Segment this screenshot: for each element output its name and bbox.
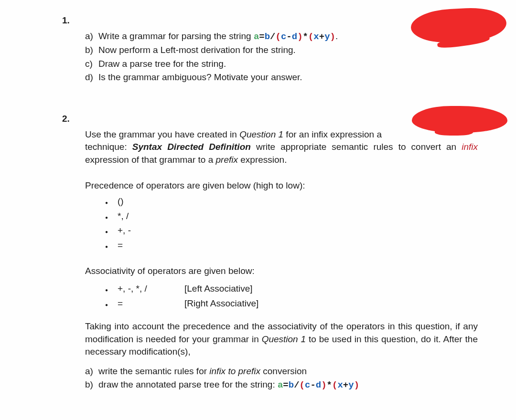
- bullet-icon: ●: [105, 227, 118, 236]
- associativity-list: ● +, -, *, / [Left Associative] ● = [Rig…: [105, 283, 487, 310]
- question-2-number: 2.: [62, 113, 487, 126]
- question-1-number: 1.: [62, 14, 487, 27]
- q2-ref-question1-b: Question 1: [262, 334, 306, 344]
- precedence-list: ●() ●*, / ●+, - ●=: [105, 195, 487, 252]
- q1-c-label: c): [85, 58, 98, 71]
- bullet-icon: ●: [105, 285, 118, 294]
- bullet-icon: ●: [105, 213, 118, 222]
- q1-d-text: Is the grammar ambiguous? Motivate your …: [98, 71, 302, 84]
- q1-c-text: Draw a parse tree for the string.: [98, 58, 226, 71]
- bullet-icon: ●: [105, 198, 118, 207]
- associativity-heading: Associativity of operators are given bel…: [85, 265, 487, 278]
- q2-a-text: write the semantic rules for infix to pr…: [98, 365, 307, 378]
- q2-paragraph-2: Taking into account the precedence and t…: [85, 320, 478, 358]
- prec-item-2: ●+, -: [105, 224, 487, 237]
- q2-term-infix: infix: [462, 142, 478, 152]
- assoc-item-1: ● = [Right Associative]: [105, 297, 487, 310]
- q1-item-a: a) Write a grammar for parsing the strin…: [85, 30, 487, 43]
- q2-item-b: b) draw the annotated parse tree for the…: [85, 378, 487, 392]
- assoc-item-0: ● +, -, *, / [Left Associative]: [105, 283, 487, 295]
- q1-b-label: b): [85, 44, 98, 57]
- q1-d-label: d): [85, 71, 98, 84]
- question-2: 2. Use the grammar you have created in Q…: [72, 113, 487, 392]
- q1-item-d: d) Is the grammar ambiguous? Motivate yo…: [85, 71, 487, 84]
- q2-ref-question1: Question 1: [239, 129, 283, 139]
- q2-term-prefix: prefix: [216, 155, 238, 165]
- prec-item-1: ●*, /: [105, 210, 487, 223]
- bullet-icon: ●: [105, 300, 118, 309]
- q1-item-b: b) Now perform a Left-most derivation fo…: [85, 44, 487, 57]
- q1-item-c: c) Draw a parse tree for the string.: [85, 58, 487, 71]
- precedence-heading: Precedence of operators are given below …: [85, 179, 487, 192]
- q2-b-expression: a=b/(c-d)*(x+y): [278, 380, 359, 390]
- q1-a-label: a): [85, 30, 98, 43]
- q1-a-text: Write a grammar for parsing the string a…: [98, 30, 338, 43]
- prec-item-0: ●(): [105, 195, 487, 208]
- q2-b-label: b): [85, 378, 98, 392]
- q2-term-sdd: Syntax Directed Definition: [132, 142, 251, 152]
- bullet-icon: ●: [105, 242, 118, 251]
- document-page: 1. a) Write a grammar for parsing the st…: [0, 0, 516, 407]
- question-1-list: a) Write a grammar for parsing the strin…: [85, 30, 487, 84]
- q1-a-expression: a=b/(c-d)*(x+y): [254, 32, 335, 42]
- q2-paragraph-1: Use the grammar you have created in Ques…: [85, 128, 478, 167]
- prec-item-3: ●=: [105, 239, 487, 252]
- q1-b-text: Now perform a Left-most derivation for t…: [98, 44, 296, 57]
- q2-item-a: a) write the semantic rules for infix to…: [85, 365, 487, 378]
- question-2-list: a) write the semantic rules for infix to…: [85, 365, 487, 392]
- q2-a-label: a): [85, 365, 98, 378]
- q2-b-text: draw the annotated parse tree for the st…: [98, 378, 359, 392]
